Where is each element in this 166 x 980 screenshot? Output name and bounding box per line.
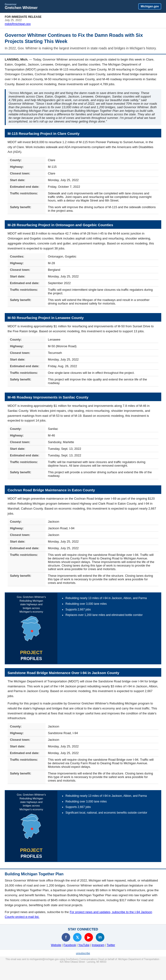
project-m50-table: County: Lenawee Highway: M-50 (Monroe Ro…: [8, 336, 158, 387]
social-section: STAY CONNECTED f 𝕏 ▶ in Website | Facebo…: [0, 924, 166, 950]
project-m28: M-28 Resurfacing Project in Ontonagon an…: [5, 220, 161, 309]
table-row: Highway: Jackson Road, I-94: [8, 525, 158, 531]
gov-label: Governor: [5, 3, 38, 6]
value: M-115: [46, 164, 158, 170]
table-row: Closest town: Jackson: [8, 737, 158, 743]
label: County:: [8, 723, 46, 730]
value: Tuesday, Sept. 13, 2022: [46, 452, 158, 459]
table-row: Start date: Monday, July 25, 2022: [8, 356, 158, 363]
profiles-inner-2: Gov. Gretchen Whitmer'sRebuilding Michig…: [5, 791, 161, 862]
building-together-body: Since Governor Whitmer took office throu…: [5, 878, 161, 908]
list-item: Supports 2,667 jobs: [65, 607, 158, 612]
label: Closest town:: [8, 349, 46, 356]
profiles-map-2: Gov. Gretchen Whitmer'sRebuilding Michig…: [5, 791, 57, 862]
value: This work will improve the driving surfa…: [46, 204, 158, 214]
label: County:: [8, 426, 46, 432]
value: M-50 (Monroe Road): [46, 343, 158, 349]
value: These improvements will extend the life …: [46, 573, 158, 586]
value: Jackson Road, I-94: [46, 525, 158, 531]
website-link[interactable]: Website: [51, 943, 61, 947]
label: Start date:: [8, 177, 46, 183]
project-profiles-block1: Gov. Gretchen Whitmer'sRebuilding Michig…: [5, 592, 161, 664]
instagram-link[interactable]: Instagram: [92, 943, 104, 947]
unsubscribe-link[interactable]: unsubscribe: [76, 952, 90, 955]
value: Clare: [46, 157, 158, 164]
table-row: Closest town: Sandusky, Marlette: [8, 439, 158, 445]
table-row: Highway: M-50 (Monroe Road): [8, 343, 158, 349]
table-row: Highway: M-46: [8, 432, 158, 439]
profiles-title-2: PROJECT: [20, 848, 43, 853]
facebook-link[interactable]: Facebook: [63, 943, 76, 947]
table-row: Highway: Sandstone Road, I-94: [8, 730, 158, 737]
youtube-icon[interactable]: ▶: [84, 933, 93, 942]
table-row: Highway: M-28: [8, 260, 158, 267]
label: Start date:: [8, 538, 46, 545]
label: Highway:: [8, 525, 46, 531]
project-m28-table: Counties: Ontonagon, Gogebic Highway: M-…: [8, 253, 158, 307]
label: Highway:: [8, 164, 46, 170]
label: Start date:: [8, 356, 46, 363]
project-m50-funding: MDOT is investing approximately $1 milli…: [8, 324, 158, 334]
social-icons: f 𝕏 ▶ in: [5, 933, 161, 942]
profiles-inner-1: Gov. Gretchen Whitmer'sRebuilding Michig…: [5, 593, 161, 664]
profiles-info-2: Rebuilding nearly 13 miles of I-94 in Ja…: [57, 791, 161, 862]
profiles-subtitle-2: PROFILES: [21, 854, 42, 859]
release-email[interactable]: mdot@michigan.gov: [5, 22, 161, 25]
label: Closest town:: [8, 170, 46, 177]
table-row: County: Sanilac: [8, 426, 158, 432]
michigan-map-icon-2: [18, 813, 44, 843]
value: Lenawee: [46, 336, 158, 343]
twitter-link[interactable]: Twitter: [107, 943, 115, 947]
value: These improvements will extend the life …: [46, 770, 158, 784]
profiles-title-1: PROJECT: [20, 650, 43, 655]
table-row: Start date: Tuesday, Sept. 13, 2022: [8, 445, 158, 452]
label: Traffic restrictions:: [8, 286, 46, 297]
label: Highway:: [8, 343, 46, 349]
project-m115: M-115 Resurfacing Project in Clare Count…: [5, 129, 161, 216]
table-row: Traffic restrictions: One single-lane cl…: [8, 369, 158, 376]
youtube-link[interactable]: YouTube: [78, 943, 89, 947]
svg-point-5: [31, 827, 33, 830]
value: This work will require closing the sands…: [46, 552, 158, 573]
value: Monday, July 25, 2022: [46, 177, 158, 183]
linkedin-icon[interactable]: in: [96, 933, 104, 942]
table-row: Closest town: Tecumseh: [8, 349, 158, 356]
label: Estimated end date:: [8, 452, 46, 459]
facebook-icon[interactable]: f: [62, 933, 70, 942]
value: Monday, July 25, 2022: [46, 273, 158, 280]
project-sandstone: Sandstone Road Bridge Maintenance Over I…: [5, 668, 161, 786]
label: Highway:: [8, 432, 46, 439]
label: Traffic restrictions:: [8, 369, 46, 376]
project-sandstone-funding: The Michigan Department of Transportatio…: [8, 679, 158, 699]
value: Monday, July 25, 2022: [46, 356, 158, 363]
table-row: Safety benefit: These improvements will …: [8, 573, 158, 586]
table-row: Closest town: Jackson: [8, 531, 158, 538]
table-row: Start date: Monday, July 25, 2022: [8, 273, 158, 280]
project-m115-table: County: Clare Highway: M-115 Closest tow…: [8, 157, 158, 214]
table-row: Traffic restrictions: This work will req…: [8, 756, 158, 770]
value: Sidewalk and curb improvements will be c…: [46, 190, 158, 204]
project-m50-title: M-50 Resurfacing Project in Lenawee Coun…: [5, 314, 161, 321]
header: Governor Gretchen Whitmer Michigan.gov: [0, 0, 166, 13]
table-row: Highway: M-115: [8, 164, 158, 170]
table-row: Traffic restrictions: Sidewalk and curb …: [8, 190, 158, 204]
project-cochran-table: County: Jackson Highway: Jackson Road, I…: [8, 519, 158, 586]
table-row: Estimated end date: September 2022: [8, 280, 158, 286]
list-item: Rebuilding over 3,000 lane miles: [65, 799, 158, 804]
svg-point-2: [31, 630, 33, 632]
value: This project will improve the ride quali…: [46, 376, 158, 386]
value: Traffic will be maintained with lane clo…: [46, 459, 158, 469]
table-row: County: Lenawee: [8, 336, 158, 343]
building-together-section: Building Michigan Together Plan Since Go…: [0, 869, 166, 924]
project-profiles-block2: Gov. Gretchen Whitmer'sRebuilding Michig…: [5, 790, 161, 862]
location-body: — Today, Governor Whitmer announced six …: [5, 58, 157, 86]
header-logo: Governor Gretchen Whitmer: [5, 3, 38, 10]
label: Traffic restrictions:: [8, 756, 46, 770]
label: Start date:: [8, 743, 46, 750]
i94-email-list-link[interactable]: For project news and updates, subscribe …: [5, 910, 152, 919]
gov-profiles-name: Gov. Gretchen Whitmer'sRebuilding Michig…: [17, 595, 46, 614]
value: This work will require closing the sands…: [46, 756, 158, 770]
table-row: County: Jackson: [8, 723, 158, 730]
label: Counties:: [8, 253, 46, 260]
twitter-icon[interactable]: 𝕏: [73, 933, 82, 942]
